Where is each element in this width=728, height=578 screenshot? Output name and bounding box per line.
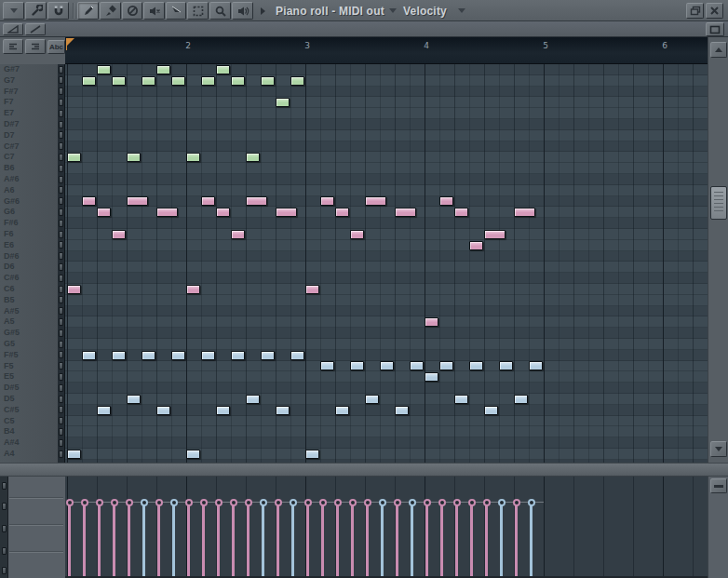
velocity-stem[interactable]: [455, 503, 458, 576]
velocity-stem[interactable]: [470, 503, 473, 576]
velocity-handle[interactable]: [394, 499, 401, 506]
grid-row[interactable]: [65, 108, 708, 119]
grid-row[interactable]: [65, 87, 708, 98]
grid-row[interactable]: [65, 196, 708, 208]
midi-note-green[interactable]: [142, 76, 155, 86]
target-dropdown-icon[interactable]: [458, 8, 465, 13]
mini-key[interactable]: [59, 87, 63, 95]
mini-key[interactable]: [59, 142, 63, 150]
midi-note-pink[interactable]: [112, 230, 126, 239]
velocity-stem[interactable]: [276, 503, 279, 576]
grid-row[interactable]: [65, 185, 708, 196]
velocity-handle[interactable]: [424, 499, 431, 506]
velocity-handle[interactable]: [290, 499, 297, 506]
midi-note-pink[interactable]: [156, 208, 178, 217]
velocity-handle[interactable]: [364, 499, 371, 506]
mini-key[interactable]: [59, 131, 63, 139]
velocity-handle[interactable]: [319, 499, 327, 506]
grid-row[interactable]: [65, 262, 708, 273]
mini-key[interactable]: [59, 286, 63, 293]
midi-note-pink[interactable]: [67, 285, 81, 294]
midi-note-blue[interactable]: [454, 395, 468, 404]
midi-note-green[interactable]: [156, 65, 170, 74]
midi-note-pink[interactable]: [186, 285, 200, 294]
grid-row[interactable]: [65, 328, 708, 339]
midi-note-green[interactable]: [82, 76, 96, 86]
velocity-handle[interactable]: [111, 499, 118, 506]
velocity-stem[interactable]: [113, 503, 115, 576]
midi-note-pink[interactable]: [231, 230, 245, 239]
velocity-grab-strip[interactable]: [0, 477, 8, 578]
vertical-scrollbar[interactable]: [708, 37, 728, 463]
midi-note-blue[interactable]: [156, 406, 170, 415]
midi-note-pink[interactable]: [439, 196, 453, 206]
grid-row[interactable]: [65, 97, 708, 108]
snap-magnet-button[interactable]: [47, 2, 69, 20]
velocity-handle[interactable]: [200, 499, 208, 506]
grid-row[interactable]: [65, 163, 708, 174]
velocity-stem[interactable]: [336, 503, 339, 576]
grid-row[interactable]: [65, 218, 708, 229]
note-grid[interactable]: [65, 64, 708, 463]
grid-row[interactable]: [65, 371, 708, 383]
mini-key[interactable]: [59, 373, 63, 381]
vertical-scrollbar-thumb[interactable]: [710, 186, 727, 220]
midi-note-blue[interactable]: [335, 406, 349, 415]
mini-key[interactable]: [59, 296, 63, 303]
slice-tool-button[interactable]: [166, 2, 186, 20]
velocity-handle[interactable]: [498, 499, 506, 506]
mini-key[interactable]: [59, 362, 63, 370]
scroll-up-button[interactable]: [710, 42, 727, 58]
mini-key[interactable]: [59, 450, 63, 458]
title-dropdown-icon[interactable]: [389, 8, 397, 13]
velocity-handle[interactable]: [453, 499, 461, 506]
note-names-button[interactable]: Abc: [47, 40, 65, 54]
midi-note-blue[interactable]: [305, 450, 319, 459]
zoom-tool-button[interactable]: [209, 2, 231, 20]
grid-row[interactable]: [65, 306, 708, 317]
midi-note-blue[interactable]: [529, 361, 543, 370]
midi-note-blue[interactable]: [276, 406, 290, 415]
midi-note-pink[interactable]: [335, 208, 349, 217]
velocity-handle[interactable]: [81, 499, 88, 506]
grid-row[interactable]: [65, 383, 708, 394]
velocity-stem[interactable]: [187, 503, 190, 576]
mini-key[interactable]: [59, 99, 63, 106]
velocity-stem[interactable]: [411, 503, 413, 576]
velocity-stem[interactable]: [366, 503, 369, 576]
velocity-stem[interactable]: [291, 503, 294, 576]
midi-note-blue[interactable]: [425, 372, 438, 382]
ramp-tool-button[interactable]: [3, 23, 23, 35]
velocity-handle[interactable]: [468, 499, 476, 506]
velocity-stem[interactable]: [351, 503, 354, 576]
grid-row[interactable]: [65, 141, 708, 153]
mini-key[interactable]: [59, 66, 63, 74]
midi-note-pink[interactable]: [484, 230, 506, 239]
velocity-handle[interactable]: [66, 499, 74, 506]
midi-note-green[interactable]: [290, 76, 304, 86]
grid-row[interactable]: [65, 130, 708, 141]
midi-note-green[interactable]: [186, 153, 200, 162]
grid-row[interactable]: [65, 394, 708, 405]
velocity-handle[interactable]: [185, 499, 193, 506]
velocity-stem[interactable]: [247, 503, 249, 576]
velocity-stem[interactable]: [321, 503, 324, 576]
mini-key[interactable]: [59, 275, 63, 282]
midi-note-pink[interactable]: [395, 208, 416, 217]
midi-note-pink[interactable]: [320, 196, 334, 206]
midi-note-pink[interactable]: [216, 208, 230, 217]
midi-note-blue[interactable]: [499, 361, 513, 370]
velocity-handle[interactable]: [334, 499, 342, 506]
midi-note-blue[interactable]: [82, 351, 96, 360]
midi-note-pink[interactable]: [425, 317, 438, 327]
mini-key[interactable]: [59, 186, 63, 194]
playhead-flag-icon[interactable]: [66, 38, 74, 47]
midi-note-pink[interactable]: [469, 241, 483, 250]
velocity-handle[interactable]: [528, 499, 535, 506]
playback-tool-button[interactable]: [232, 2, 253, 20]
note-properties-button[interactable]: [3, 39, 23, 54]
midi-note-blue[interactable]: [127, 395, 141, 404]
velocity-handle[interactable]: [215, 499, 222, 506]
mini-key[interactable]: [59, 208, 63, 216]
velocity-stem[interactable]: [83, 503, 86, 576]
